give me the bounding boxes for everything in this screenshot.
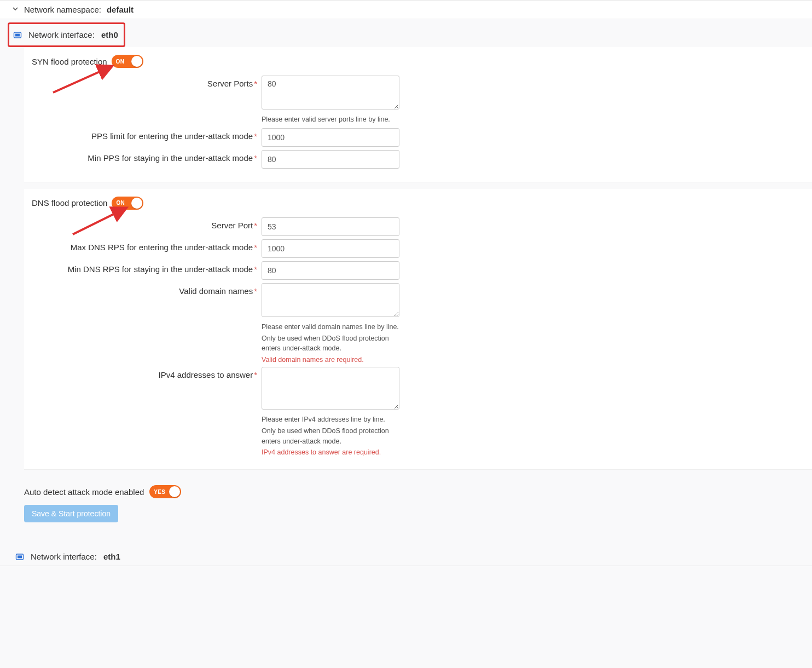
chevron-down-icon — [12, 5, 19, 14]
syn-flood-title: SYN flood protection — [32, 57, 107, 66]
toggle-yes-label: YES — [154, 489, 165, 495]
network-interface-icon — [13, 31, 22, 39]
min-dns-rps-label: Min DNS RPS for staying in the under-att… — [32, 261, 262, 274]
dns-server-port-input[interactable] — [262, 217, 399, 236]
auto-detect-toggle[interactable]: YES — [149, 485, 181, 498]
dns-flood-card: DNS flood protection ON Server Port* — [24, 189, 812, 470]
ipv4-hint: Please enter IPv4 addresses line by line… — [262, 414, 399, 425]
valid-domains-hint2: Only be used when DDoS flood protection … — [262, 333, 399, 354]
valid-domains-error: Valid domain names are required. — [262, 356, 399, 364]
dns-flood-title: DNS flood protection — [32, 198, 107, 208]
toggle-knob — [131, 56, 142, 67]
server-ports-label: Server Ports* — [32, 76, 262, 88]
interface-header-eth1[interactable]: Network interface: eth1 — [11, 545, 812, 565]
syn-flood-card: SYN flood protection ON Server Ports* — [24, 47, 812, 182]
namespace-value: default — [107, 5, 134, 14]
valid-domains-label: Valid domain names* — [32, 283, 262, 296]
min-pps-input[interactable] — [262, 150, 399, 169]
namespace-label: Network namespace: — [24, 5, 101, 14]
pps-limit-input[interactable] — [262, 128, 399, 147]
pps-limit-label: PPS limit for entering the under-attack … — [32, 128, 262, 141]
min-pps-label: Min PPS for staying in the under-attack … — [32, 150, 262, 163]
auto-detect-label: Auto detect attack mode enabled — [24, 487, 144, 497]
interface-label: Network interface: — [31, 552, 97, 561]
syn-flood-toggle[interactable]: ON — [112, 55, 143, 68]
network-interface-icon — [15, 552, 24, 561]
toggle-on-label: ON — [116, 59, 125, 65]
max-dns-rps-input[interactable] — [262, 239, 399, 258]
ipv4-label: IPv4 addresses to answer* — [32, 367, 262, 379]
server-ports-input[interactable] — [262, 76, 399, 110]
interface-value: eth1 — [103, 552, 120, 561]
toggle-on-label: ON — [116, 200, 125, 206]
min-dns-rps-input[interactable] — [262, 261, 399, 280]
valid-domains-hint: Please enter valid domain names line by … — [262, 322, 399, 332]
svg-rect-1 — [15, 33, 20, 36]
max-dns-rps-label: Max DNS RPS for entering the under-attac… — [32, 239, 262, 252]
server-ports-hint: Please enter valid server ports line by … — [262, 114, 399, 125]
interface-value: eth0 — [101, 30, 118, 39]
dns-flood-toggle[interactable]: ON — [112, 197, 143, 210]
ipv4-hint2: Only be used when DDoS flood protection … — [262, 426, 399, 447]
toggle-knob — [131, 198, 142, 209]
svg-rect-7 — [18, 555, 22, 558]
namespace-header[interactable]: Network namespace: default — [0, 1, 812, 19]
toggle-knob — [169, 486, 180, 497]
ipv4-error: IPv4 addresses to answer are required. — [262, 448, 399, 456]
interface-header-eth0[interactable]: Network interface: eth0 — [9, 24, 812, 46]
save-start-button[interactable]: Save & Start protection — [24, 505, 118, 522]
interface-label: Network interface: — [28, 30, 95, 39]
ipv4-input[interactable] — [262, 367, 399, 410]
dns-server-port-label: Server Port* — [32, 217, 262, 230]
valid-domains-input[interactable] — [262, 283, 399, 317]
